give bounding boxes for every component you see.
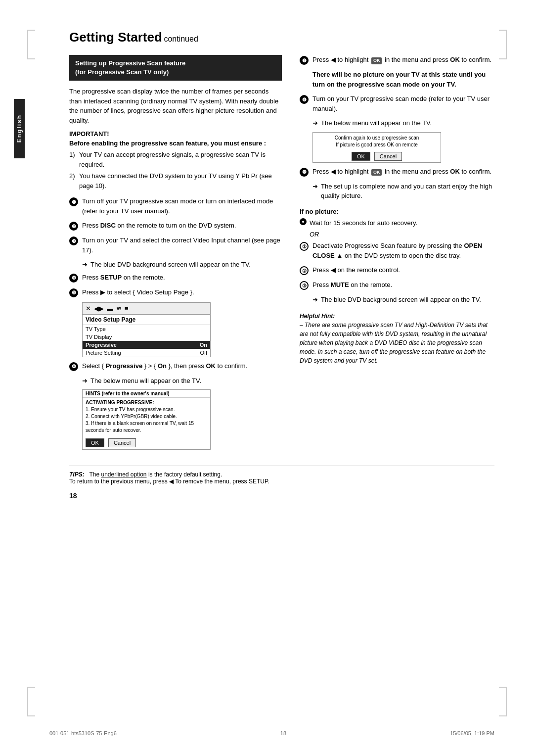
- sidebar-label-text: English: [16, 114, 23, 142]
- left-column: Setting up Progressive Scan feature (for…: [69, 55, 282, 454]
- title-text: Getting Started: [69, 30, 162, 45]
- video-setup-screen: ✕ ◀▶ ▬ ≋ ≡ Video Setup Page TV Type TV D…: [82, 302, 211, 357]
- bracket-bottom-left: [27, 687, 35, 716]
- intro-text: The progressive scan display twice the n…: [69, 87, 282, 125]
- confirm-box: Confirm again to use progressive scan If…: [312, 132, 441, 163]
- step-1: ❶ Turn off your TV progressive scan mode…: [69, 196, 282, 216]
- hints-cancel-btn[interactable]: Cancel: [108, 438, 136, 447]
- step-7-text: Press ◀ to highlight OK in the menu and …: [312, 55, 494, 65]
- step-3-arrow-text: The blue DVD background screen will appe…: [90, 260, 251, 270]
- step-6-arrow-text: The below menu will appear on the TV.: [90, 376, 201, 386]
- screen-title: Video Setup Page: [83, 315, 210, 325]
- step-6: ❻ Select { Progressive } > { On }, then …: [69, 361, 282, 371]
- step-2-num: ❷: [69, 222, 78, 231]
- important-subtext: Before enabling the progressive scan fea…: [69, 140, 282, 147]
- helpful-hint-text: – There are some progressive scan TV and…: [300, 322, 488, 364]
- helpful-hint-title: Helpful Hint:: [300, 313, 335, 320]
- step-6-num: ❻: [69, 362, 78, 371]
- screen-header: ✕ ◀▶ ▬ ≋ ≡: [83, 303, 210, 315]
- hints-box-content: ACTIVATING PROGRESSIVE: 1. Ensure your T…: [83, 398, 210, 435]
- step-3-text: Turn on your TV and select the correct V…: [82, 236, 282, 255]
- step-9-arrow: ➜ The set up is complete now and you can…: [312, 182, 494, 201]
- page-title: Getting Started continued: [69, 30, 494, 45]
- page-container: English Getting Started continued Settin…: [0, 0, 534, 756]
- bracket-bottom-right: [499, 687, 507, 716]
- bullet-wait: ● Wait for 15 seconds for auto recovery.: [300, 218, 494, 228]
- step-4: ❹ Press SETUP on the remote.: [69, 273, 282, 283]
- bracket-top-left: [27, 30, 35, 59]
- title-continued: continued: [164, 35, 198, 43]
- hints-item-2: 2. Connect with YPbPr(GBR) video cable.: [86, 413, 207, 420]
- right-column: ❼ Press ◀ to highlight OK in the menu an…: [300, 55, 494, 454]
- footer: 001-051-hts5310S-75-Eng6 18 15/06/05, 1:…: [49, 730, 494, 736]
- step-8-num: ❽: [300, 95, 309, 104]
- screen-icon-5: ≡: [125, 305, 129, 312]
- bracket-top-right: [499, 30, 507, 59]
- deactivate-step-3-arrow-text: The blue DVD background screen will appe…: [321, 295, 481, 305]
- step-6-text: Select { Progressive } > { On }, then pr…: [82, 361, 282, 371]
- two-col-layout: Setting up Progressive Scan feature (for…: [69, 55, 494, 454]
- or-text: OR: [310, 231, 494, 238]
- screen-icon-1: ✕: [86, 305, 91, 312]
- tips-line2: To return to the previous menu, press ◀ …: [69, 478, 494, 485]
- list-item-2: 2) You have connected the DVD system to …: [69, 171, 282, 190]
- footer-left: 001-051-hts5310S-75-Eng6: [49, 730, 117, 736]
- tips-underlined: underlined option: [101, 471, 146, 478]
- confirm-cancel-btn[interactable]: Cancel: [374, 152, 402, 161]
- screen-row-picture-value: Off: [200, 350, 207, 356]
- step-7-num: ❼: [300, 56, 309, 65]
- list-item-1: 1) Your TV can accept progressive signal…: [69, 150, 282, 169]
- step-5: ❺ Press ▶ to select { Video Setup Page }…: [69, 287, 282, 297]
- step-9-ok-badge: OK: [371, 169, 382, 176]
- deactivate-step-3: ③ Press MUTE on the remote.: [300, 280, 494, 290]
- step-9-arrow-text: The set up is complete now and you can s…: [321, 182, 494, 201]
- arrow-icon-8: ➜: [312, 119, 318, 127]
- step-4-num: ❹: [69, 274, 78, 283]
- step-1-num: ❶: [69, 197, 78, 206]
- deactivate-step-2-num: ②: [300, 266, 309, 275]
- confirm-buttons: OK Cancel: [313, 150, 441, 162]
- step-5-num: ❺: [69, 288, 78, 297]
- prerequisite-list: 1) Your TV can accept progressive signal…: [69, 150, 282, 190]
- step-2: ❷ Press DISC on the remote to turn on th…: [69, 221, 282, 231]
- page-number: 18: [69, 492, 494, 500]
- step-6-arrow: ➜ The below menu will appear on the TV.: [82, 376, 282, 386]
- screen-icon-3: ▬: [107, 305, 113, 312]
- screen-row-tv-type: TV Type: [83, 325, 210, 333]
- sidebar-english: English: [14, 99, 25, 158]
- screen-row-picture-label: Picture Setting: [86, 350, 121, 356]
- screen-row-tv-type-label: TV Type: [86, 326, 106, 332]
- deactivate-step-1-text: Deactivate Progressive Scan feature by p…: [312, 241, 494, 260]
- step-1-text: Turn off your TV progressive scan mode o…: [82, 196, 282, 216]
- arrow-icon-9: ➜: [312, 183, 318, 190]
- hints-header-text: HINTS (refer to the owner's manual): [86, 391, 170, 396]
- section-heading-line2: (for Progressive Scan TV only): [75, 68, 169, 76]
- step-9-num: ❾: [300, 168, 309, 177]
- hints-ok-btn[interactable]: OK: [86, 438, 104, 447]
- footer-right: 15/06/05, 1:19 PM: [450, 730, 494, 736]
- deactivate-step-2: ② Press ◀ on the remote control.: [300, 265, 494, 275]
- screen-row-progressive: Progressive On: [83, 341, 210, 349]
- step-8: ❽ Turn on your TV progressive scan mode …: [300, 94, 494, 113]
- hints-box: HINTS (refer to the owner's manual) ACTI…: [82, 389, 211, 450]
- hints-box-header: HINTS (refer to the owner's manual): [83, 390, 210, 398]
- hints-item-3: 3. If there is a blank screen on normal …: [86, 420, 207, 434]
- step-2-text: Press DISC on the remote to turn on the …: [82, 221, 282, 231]
- deactivate-step-3-num: ③: [300, 281, 309, 290]
- step-7-ok-badge: OK: [371, 57, 382, 64]
- step-4-text: Press SETUP on the remote.: [82, 273, 282, 283]
- important-label: IMPORTANT!: [69, 130, 282, 138]
- step-8-text: Turn on your TV progressive scan mode (r…: [312, 94, 494, 113]
- footer-center: 18: [280, 730, 286, 736]
- section-heading: Setting up Progressive Scan feature (for…: [69, 55, 282, 81]
- bullet-wait-text: Wait for 15 seconds for auto recovery.: [310, 218, 417, 228]
- helpful-hint: Helpful Hint: – There are some progressi…: [300, 312, 494, 365]
- step-9: ❾ Press ◀ to highlight OK in the menu an…: [300, 167, 494, 177]
- confirm-ok-btn[interactable]: OK: [352, 152, 370, 161]
- arrow-icon-d3: ➜: [312, 296, 318, 303]
- step-5-text: Press ▶ to select { Video Setup Page }.: [82, 287, 282, 297]
- step-3-num: ❸: [69, 236, 78, 245]
- confirm-line2: If picture is good press OK on remote: [316, 142, 438, 148]
- screen-row-tv-display: TV Display: [83, 333, 210, 341]
- step-8-arrow: ➜ The below menu will appear on the TV.: [312, 118, 494, 128]
